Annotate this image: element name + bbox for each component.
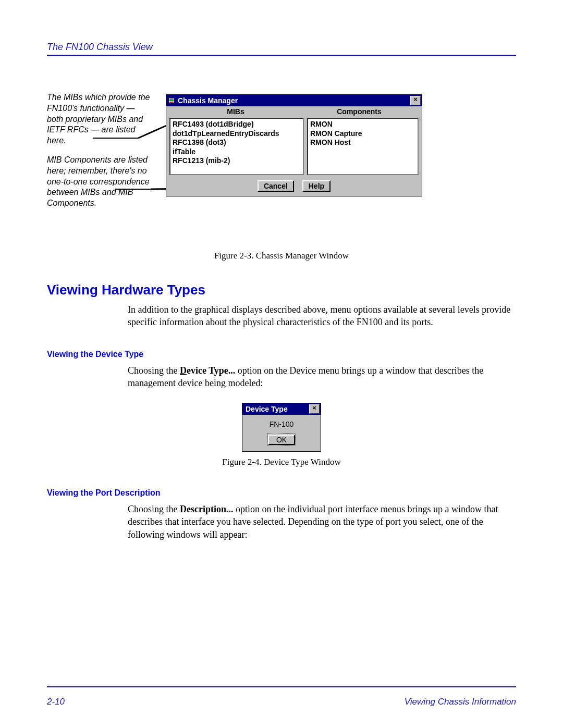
column-header-components: Components: [301, 107, 418, 116]
ok-button[interactable]: OK: [268, 435, 295, 445]
svg-rect-8: [169, 102, 174, 103]
mibs-listbox[interactable]: RFC1493 (dot1dBridge) dot1dTpLearnedEntr…: [169, 118, 304, 175]
figure-2-caption: Figure 2-4. Device Type Window: [47, 457, 516, 467]
figure-1-block: The MIBs which provide the FN100's funct…: [47, 92, 516, 243]
svg-rect-6: [169, 98, 174, 100]
footer-rule: [47, 686, 516, 687]
list-item[interactable]: RFC1398 (dot3): [173, 138, 301, 147]
help-button[interactable]: Help: [302, 180, 331, 192]
heading-viewing-device-type: Viewing the Device Type: [47, 350, 516, 359]
window-title: Chassis Manager: [178, 96, 410, 105]
svg-rect-7: [169, 100, 174, 101]
annotation-components: MIB Components are listed here; remember…: [47, 155, 151, 209]
header-rule: [47, 55, 516, 56]
footer-section: Viewing Chassis Information: [405, 697, 516, 707]
cancel-button[interactable]: Cancel: [258, 180, 294, 192]
default-button-outline: OK: [267, 434, 296, 446]
paragraph: Choosing the Device Type... option on th…: [128, 364, 516, 390]
paragraph: Choosing the Description... option on th…: [128, 503, 516, 541]
window-app-icon: [167, 96, 176, 105]
list-item[interactable]: RMON Host: [310, 138, 415, 147]
menu-underline: D: [180, 365, 187, 376]
list-item[interactable]: RFC1213 (mib-2): [173, 156, 301, 166]
chassis-manager-window: Chassis Manager × MIBs Components RFC149…: [166, 94, 422, 196]
menu-bold: Description...: [180, 504, 234, 514]
list-item[interactable]: ifTable: [173, 147, 301, 157]
components-listbox[interactable]: RMON RMON Capture RMON Host: [307, 118, 419, 175]
text: Choosing the: [128, 365, 180, 376]
close-icon[interactable]: ×: [309, 404, 320, 414]
page-number: 2-10: [47, 697, 65, 707]
annotation-mibs: The MIBs which provide the FN100's funct…: [47, 92, 151, 146]
titlebar: Chassis Manager ×: [166, 95, 422, 106]
window-title: Device Type: [243, 405, 309, 413]
close-icon[interactable]: ×: [410, 96, 421, 105]
heading-viewing-port-description: Viewing the Port Description: [47, 488, 516, 498]
list-item[interactable]: dot1dTpLearnedEntryDiscards: [173, 129, 301, 139]
device-type-value: FN-100: [242, 415, 321, 430]
menu-bold: evice Type...: [187, 365, 235, 376]
device-type-window: Device Type × FN-100 OK: [242, 403, 321, 452]
paragraph: In addition to the graphical displays de…: [128, 303, 516, 329]
text: Choosing the: [128, 504, 180, 514]
heading-viewing-hardware-types: Viewing Hardware Types: [47, 282, 516, 298]
titlebar: Device Type ×: [242, 403, 321, 415]
figure-1-caption: Figure 2-3. Chassis Manager Window: [47, 251, 516, 261]
list-item[interactable]: RMON Capture: [310, 129, 415, 139]
list-item[interactable]: RFC1493 (dot1dBridge): [173, 120, 301, 129]
list-item[interactable]: RMON: [310, 120, 415, 129]
column-header-mibs: MIBs: [170, 107, 301, 116]
running-head: The FN100 Chassis View: [47, 42, 516, 53]
